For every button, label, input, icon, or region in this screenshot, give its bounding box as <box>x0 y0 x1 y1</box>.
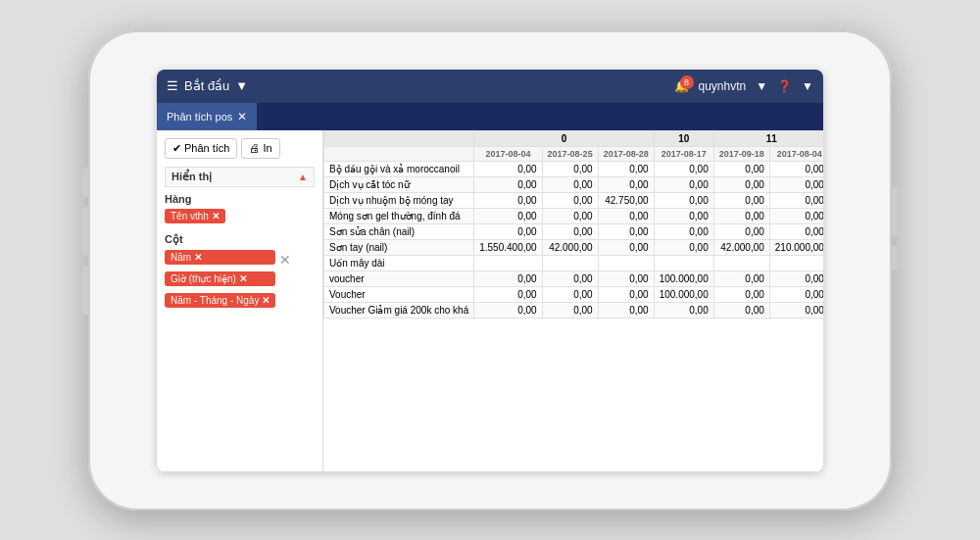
hang-tag[interactable]: Tên vthh ✕ <box>165 209 225 223</box>
table-row: Uốn mây dài <box>324 255 824 270</box>
user-arrow-icon: ▼ <box>756 79 767 93</box>
table-group-header-row: 0 10 11 12 <box>324 130 824 146</box>
row-value: 0,00 <box>713 208 769 223</box>
col-group-11: 11 <box>713 130 823 146</box>
silent-button <box>82 168 90 197</box>
table-row: voucher0,000,000,00100.000,000,000,000,0… <box>324 270 824 286</box>
print-icon: 🖨 <box>249 142 260 154</box>
data-table: 0 10 11 12 2017-08-04 2017-08-25 2017-08… <box>323 130 823 319</box>
table-row: Dịch vụ cắt tóc nữ0,000,000,000,000,000,… <box>324 176 824 192</box>
hamburger-icon: ☰ <box>167 78 178 93</box>
col-date-0-2: 2017-08-25 <box>542 146 598 161</box>
row-value: 0,00 <box>474 192 542 208</box>
row-value: 0,00 <box>598 286 654 302</box>
row-value: 0,00 <box>542 223 598 239</box>
row-value <box>654 255 713 270</box>
row-value: 0,00 <box>598 208 654 223</box>
cot-tag-nam-remove[interactable]: ✕ <box>194 252 202 263</box>
row-value: 0,00 <box>654 302 713 318</box>
print-button[interactable]: 🖨 In <box>241 138 279 159</box>
analyze-button[interactable]: ✔ Phân tích <box>165 138 237 159</box>
navbar-left: ☰ Bắt đầu ▼ <box>167 78 248 93</box>
col-name-header <box>324 146 474 161</box>
col-date-11-2: 2017-08-04 <box>769 146 823 161</box>
row-value: 0,00 <box>542 192 598 208</box>
cot-tag-nam-thang-ngay[interactable]: Năm - Tháng - Ngày ✕ <box>165 293 275 308</box>
row-value: 0,00 <box>713 161 769 176</box>
data-table-area: 0 10 11 12 2017-08-04 2017-08-25 2017-08… <box>323 130 823 471</box>
table-row: Sơn sửa chân (nail)0,000,000,000,000,000… <box>324 223 824 239</box>
row-value: 0,00 <box>654 208 713 223</box>
hang-tag-remove[interactable]: ✕ <box>212 211 220 221</box>
row-value: 100.000,00 <box>654 270 713 286</box>
navbar-right: 🔔 8 quynhvtn ▼ ❓ ▼ <box>674 79 813 93</box>
volume-up-button <box>82 207 90 256</box>
cot-tags: Năm ✕ Giờ (thực hiện) ✕ Năm - Tháng - Ng… <box>165 250 275 312</box>
row-value: 0,00 <box>598 239 654 255</box>
row-value: 0,00 <box>474 302 542 318</box>
table-row: Dịch vụ nhuộm bộ móng tay0,000,0042.750,… <box>324 192 824 208</box>
chevron-up-icon: ▲ <box>298 172 308 182</box>
help-arrow-icon: ▼ <box>802 79 813 93</box>
row-value: 100.000,00 <box>654 286 713 302</box>
cot-tag-gio[interactable]: Giờ (thực hiện) ✕ <box>165 271 275 286</box>
volume-down-button <box>82 266 90 315</box>
row-value: 0,00 <box>654 161 713 176</box>
hang-label: Hàng <box>165 193 315 205</box>
row-value: 0,00 <box>598 270 654 286</box>
tab-phan-tich-pos[interactable]: Phân tích pos ✕ <box>157 103 257 130</box>
row-value: 0,00 <box>769 223 823 239</box>
row-value <box>713 255 769 270</box>
row-value: 0,00 <box>542 176 598 192</box>
row-value: 0,00 <box>474 270 542 286</box>
main-content: ✔ Phân tích 🖨 In Hiển thị ▲ Hàng Tên vth… <box>157 130 823 471</box>
cot-tag-gio-remove[interactable]: ✕ <box>239 273 247 284</box>
row-value: 0,00 <box>769 286 823 302</box>
col-group-10: 10 <box>654 130 713 146</box>
row-value: 0,00 <box>769 302 823 318</box>
col-date-10-1: 2017-08-17 <box>654 146 713 161</box>
row-value: 0,00 <box>474 176 542 192</box>
row-value: 0,00 <box>769 192 823 208</box>
cot-tag-nam-thang-ngay-remove[interactable]: ✕ <box>262 295 270 306</box>
clear-col-button[interactable]: ✕ <box>279 252 291 268</box>
tab-label: Phân tích pos <box>167 111 232 123</box>
start-label[interactable]: Bắt đầu <box>184 78 229 93</box>
row-value: 0,00 <box>654 176 713 192</box>
row-name: Dịch vụ nhuộm bộ móng tay <box>324 192 474 208</box>
tab-close-button[interactable]: ✕ <box>237 110 247 123</box>
row-value <box>769 255 823 270</box>
power-button <box>890 187 898 236</box>
menu-arrow-icon: ▼ <box>235 78 248 93</box>
col-date-0-3: 2017-08-28 <box>598 146 654 161</box>
phone-frame: ☰ Bắt đầu ▼ 🔔 8 quynhvtn ▼ ❓ ▼ Phân tích… <box>88 30 892 511</box>
row-value: 0,00 <box>713 192 769 208</box>
row-value: 0,00 <box>769 270 823 286</box>
help-icon[interactable]: ❓ <box>777 79 792 93</box>
hien-thi-section[interactable]: Hiển thị ▲ <box>165 167 315 187</box>
hien-thi-label: Hiển thị <box>172 171 212 183</box>
row-name: Sơn sửa chân (nail) <box>324 223 474 239</box>
navbar: ☰ Bắt đầu ▼ 🔔 8 quynhvtn ▼ ❓ ▼ <box>157 70 823 103</box>
bell-wrapper[interactable]: 🔔 8 <box>674 79 689 93</box>
tab-bar: Phân tích pos ✕ <box>157 103 823 130</box>
row-value: 0,00 <box>474 161 542 176</box>
col-date-11-1: 2017-09-18 <box>713 146 769 161</box>
row-name: Voucher <box>324 286 474 302</box>
row-value: 0,00 <box>542 208 598 223</box>
row-value: 0,00 <box>713 223 769 239</box>
user-label[interactable]: quynhvtn <box>699 79 747 93</box>
cot-tag-nam[interactable]: Năm ✕ <box>165 250 275 265</box>
row-value: 0,00 <box>598 223 654 239</box>
row-value: 0,00 <box>713 176 769 192</box>
row-value: 0,00 <box>542 286 598 302</box>
row-value: 0,00 <box>769 161 823 176</box>
row-value: 42.000,00 <box>713 239 769 255</box>
screen: ☰ Bắt đầu ▼ 🔔 8 quynhvtn ▼ ❓ ▼ Phân tích… <box>157 70 823 471</box>
row-name: Bộ dầu gội và xả moroccanoil <box>324 161 474 176</box>
sidebar: ✔ Phân tích 🖨 In Hiển thị ▲ Hàng Tên vth… <box>157 130 323 471</box>
row-value: 0,00 <box>598 161 654 176</box>
row-name: Móng sơn gel thường, đính đá <box>324 208 474 223</box>
col-group-empty <box>324 130 474 146</box>
row-value <box>474 255 542 270</box>
